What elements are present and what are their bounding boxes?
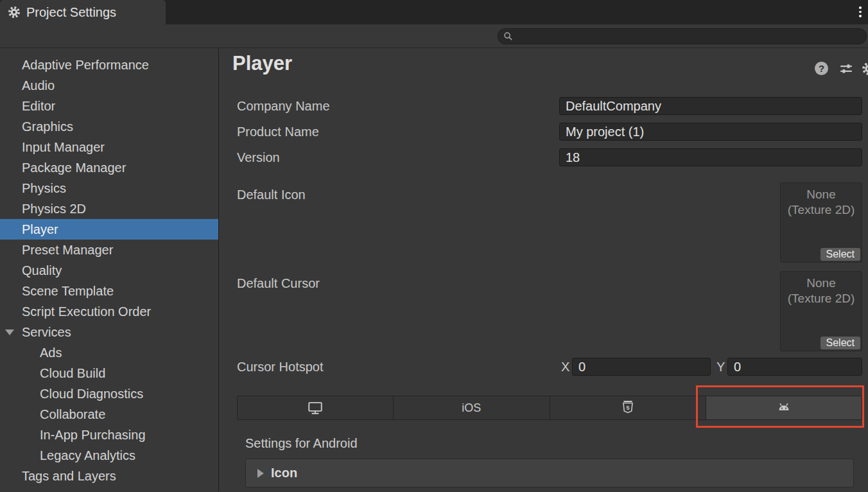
product-name-input[interactable] xyxy=(559,123,862,141)
player-settings-panel: Player ? Company Name Pr xyxy=(219,48,868,491)
project-settings-window: Project Settings Adaptive Performance Au… xyxy=(0,0,868,492)
sidebar-item-textmesh-pro[interactable]: TextMesh Pro xyxy=(0,486,218,491)
search-icon xyxy=(503,31,513,41)
sidebar-item-label: Legacy Analytics xyxy=(40,448,135,462)
svg-text:5: 5 xyxy=(626,405,629,411)
sidebar-item-tags-and-layers[interactable]: Tags and Layers xyxy=(0,466,218,486)
settings-for-platform-header: Settings for Android xyxy=(245,434,358,453)
ios-tab-label: iOS xyxy=(462,401,481,415)
foldout-collapsed-icon xyxy=(257,469,264,478)
window-tab-project-settings[interactable]: Project Settings xyxy=(0,0,166,24)
sidebar-item-preset-manager[interactable]: Preset Manager xyxy=(0,240,218,260)
sidebar-item-script-execution-order[interactable]: Script Execution Order xyxy=(0,301,218,322)
default-icon-select-button[interactable]: Select xyxy=(820,248,860,261)
sidebar-item-label: Physics xyxy=(22,181,66,195)
sidebar-item-label: Adaptive Performance xyxy=(22,58,149,72)
sidebar-item-quality[interactable]: Quality xyxy=(0,260,218,281)
icon-section-header[interactable]: Icon xyxy=(245,459,854,488)
sidebar-item-package-manager[interactable]: Package Manager xyxy=(0,157,218,178)
version-label: Version xyxy=(237,148,280,166)
hotspot-y-label: Y xyxy=(716,358,725,376)
sidebar-item-label: Package Manager xyxy=(22,161,126,175)
default-icon-label: Default Icon xyxy=(237,186,306,204)
monitor-icon xyxy=(307,400,324,416)
platform-tab-standalone[interactable] xyxy=(238,396,394,419)
sidebar-item-editor[interactable]: Editor xyxy=(0,96,218,116)
sidebar-item-label: Audio xyxy=(22,78,55,92)
sidebar-item-ads[interactable]: Ads xyxy=(0,342,218,363)
sidebar-item-label: Tags and Layers xyxy=(22,469,116,483)
sidebar-item-scene-template[interactable]: Scene Template xyxy=(0,281,218,301)
sidebar-item-label: In-App Purchasing xyxy=(40,428,146,442)
platform-tab-bar: iOS 5 xyxy=(237,396,862,420)
sidebar-item-label: Cloud Build xyxy=(40,366,105,380)
cursor-hotspot-y-input[interactable] xyxy=(727,358,862,376)
version-input[interactable] xyxy=(559,148,862,166)
sidebar-item-label: Script Execution Order xyxy=(22,304,151,319)
help-icon[interactable]: ? xyxy=(815,62,828,75)
kebab-menu-icon[interactable] xyxy=(855,6,866,19)
titlebar: Project Settings xyxy=(0,0,868,24)
sidebar-item-legacy-analytics[interactable]: Legacy Analytics xyxy=(0,445,218,466)
settings-category-list: Adaptive Performance Audio Editor Graphi… xyxy=(0,48,219,491)
default-cursor-label: Default Cursor xyxy=(237,274,320,292)
platform-tab-ios[interactable]: iOS xyxy=(394,396,550,419)
sidebar-item-label: Scene Template xyxy=(22,284,114,298)
object-field-value: None (Texture 2D) xyxy=(781,187,862,218)
sidebar-item-cloud-build[interactable]: Cloud Build xyxy=(0,363,218,383)
page-title: Player xyxy=(232,52,292,75)
section-label: Icon xyxy=(271,466,297,480)
cursor-hotspot-label: Cursor Hotspot xyxy=(237,358,324,376)
sidebar-item-player[interactable]: Player xyxy=(0,219,218,240)
platform-tab-webgl[interactable]: 5 xyxy=(550,396,706,419)
presets-icon[interactable] xyxy=(839,62,853,76)
object-field-value: None (Texture 2D) xyxy=(781,276,862,306)
search-input[interactable] xyxy=(517,31,861,42)
window-body: Adaptive Performance Audio Editor Graphi… xyxy=(0,48,868,491)
sidebar-item-label: Quality xyxy=(22,263,62,277)
sidebar-item-adaptive-performance[interactable]: Adaptive Performance xyxy=(0,55,218,75)
gear-icon[interactable] xyxy=(862,62,868,76)
sidebar-item-label: Player xyxy=(22,222,58,236)
company-name-label: Company Name xyxy=(237,97,330,115)
toolbar xyxy=(0,24,868,48)
sidebar-item-label: Collaborate xyxy=(40,407,105,421)
default-icon-object-field[interactable]: None (Texture 2D) Select xyxy=(780,182,862,263)
platform-tab-android[interactable] xyxy=(706,396,862,419)
sidebar-item-input-manager[interactable]: Input Manager xyxy=(0,137,218,157)
sidebar-item-label: Cloud Diagnostics xyxy=(40,387,143,401)
sidebar-item-label: Graphics xyxy=(22,119,73,134)
sidebar-item-cloud-diagnostics[interactable]: Cloud Diagnostics xyxy=(0,383,218,404)
sidebar-item-label: Input Manager xyxy=(22,140,105,154)
sidebar-item-graphics[interactable]: Graphics xyxy=(0,116,218,137)
html5-icon: 5 xyxy=(620,400,636,416)
hotspot-x-label: X xyxy=(561,358,569,376)
sidebar-item-audio[interactable]: Audio xyxy=(0,75,218,96)
default-cursor-object-field[interactable]: None (Texture 2D) Select xyxy=(780,271,862,351)
sidebar-item-physics-2d[interactable]: Physics 2D xyxy=(0,198,218,219)
company-name-input[interactable] xyxy=(559,97,862,115)
window-title: Project Settings xyxy=(26,5,116,20)
settings-gear-icon xyxy=(8,6,21,19)
sidebar-item-label: Preset Manager xyxy=(22,243,113,257)
sidebar-item-physics[interactable]: Physics xyxy=(0,178,218,198)
sidebar-item-label: Ads xyxy=(40,346,62,360)
product-name-label: Product Name xyxy=(237,123,319,141)
sidebar-item-label: Services xyxy=(22,325,71,339)
foldout-expanded-icon[interactable] xyxy=(5,329,14,335)
sidebar-item-services[interactable]: Services xyxy=(0,322,218,342)
search-box[interactable] xyxy=(498,28,867,44)
sidebar-item-label: Physics 2D xyxy=(22,202,86,216)
cursor-hotspot-x-input[interactable] xyxy=(572,358,711,376)
sidebar-item-in-app-purchasing[interactable]: In-App Purchasing xyxy=(0,425,218,445)
sidebar-item-collaborate[interactable]: Collaborate xyxy=(0,404,218,425)
default-cursor-select-button[interactable]: Select xyxy=(820,337,860,349)
sidebar-item-label: Editor xyxy=(22,99,55,113)
android-icon xyxy=(776,400,792,416)
sidebar-item-label: TextMesh Pro xyxy=(22,489,100,491)
